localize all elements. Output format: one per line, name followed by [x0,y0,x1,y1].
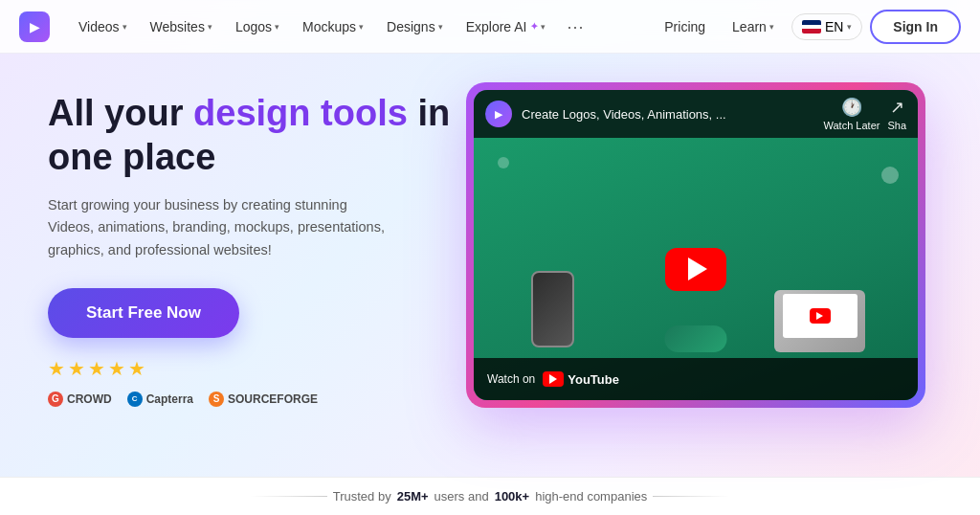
chevron-down-icon: ▾ [438,22,443,32]
nav-pricing[interactable]: Pricing [655,13,715,40]
nav-items: Videos ▾ Websites ▾ Logos ▾ Mockups ▾ De… [69,12,655,41]
sphere-1 [881,167,899,184]
trust-logo-sourceforge: S SOURCEFORGE [209,392,318,407]
trust-logo-crowd: G CROWD [48,392,112,407]
start-free-button[interactable]: Start Free Now [48,288,239,338]
ai-badge: ✦ [530,21,538,32]
trust-logo-capterra: C Capterra [127,392,193,407]
trust-text-3: high-end companies [535,489,647,504]
logo-icon: ▶ [19,11,50,42]
chevron-down-icon: ▾ [769,22,774,32]
hero-right: ▶ Create Logos, Videos, Animations, ... … [459,82,932,496]
trust-highlight-companies: 100k+ [495,489,530,504]
sign-in-button[interactable]: Sign In [870,10,961,44]
star-icon: ★ [88,357,105,380]
star-icon: ★ [48,357,65,380]
phone-object [531,271,574,347]
chevron-down-icon: ▾ [208,22,212,32]
video-bottom-bar: Watch on YouTube [474,358,918,400]
trust-text-2: users and [434,489,489,504]
video-container: ▶ Create Logos, Videos, Animations, ... … [466,82,925,408]
divider-left [251,496,327,497]
share-button[interactable]: ↗ Sha [887,97,906,131]
chevron-down-icon: ▾ [541,22,546,32]
nav-item-websites[interactable]: Websites ▾ [141,13,222,40]
video-inner: ▶ Create Logos, Videos, Animations, ... … [474,90,918,400]
g2crowd-icon: G [48,392,63,407]
nav-item-explore-ai[interactable]: Explore AI ✦ ▾ [457,13,555,40]
video-play-small-icon: ▶ [485,101,512,127]
trust-bar: Trusted by 25M+ users and 100k+ high-end… [0,477,980,515]
clock-icon: 🕐 [841,97,862,118]
trust-text-1: Trusted by [333,489,391,504]
star-icon: ★ [108,357,125,380]
nav-item-logos[interactable]: Logos ▾ [226,13,289,40]
youtube-icon [543,371,564,387]
nav-item-designs[interactable]: Designs ▾ [377,13,453,40]
navbar: ▶ Videos ▾ Websites ▾ Logos ▾ Mockups ▾ … [0,0,980,54]
nav-right: Pricing Learn ▾ EN ▾ Sign In [655,10,961,44]
trust-logos: G CROWD C Capterra S SOURCEFORGE [48,392,459,407]
youtube-logo[interactable]: YouTube [543,371,619,387]
laptop-youtube-icon [810,308,831,324]
nav-more-icon[interactable]: ⋯ [559,12,591,41]
chevron-down-icon: ▾ [847,22,852,32]
watch-later-button[interactable]: 🕐 Watch Later [824,97,880,131]
laptop-object [774,290,865,352]
star-icon: ★ [68,357,85,380]
capterra-icon: C [127,392,143,407]
hero-left: All your design tools in one place Start… [48,82,459,496]
divider-right [653,496,729,497]
nav-item-videos[interactable]: Videos ▾ [69,13,137,40]
watch-on-text: Watch on [487,372,535,386]
hero-subtitle: Start growing your business by creating … [48,194,392,261]
star-rating: ★ ★ ★ ★ ★ [48,357,459,380]
hero-title: All your design tools in one place [48,92,459,179]
youtube-text: YouTube [568,372,619,387]
cylinder-object [665,325,727,352]
share-icon: ↗ [890,97,904,118]
laptop-screen [783,294,858,338]
nav-learn[interactable]: Learn ▾ [723,13,784,40]
youtube-play-button[interactable] [665,248,726,291]
trust-highlight-users: 25M+ [397,489,429,504]
hero-section: All your design tools in one place Start… [0,54,980,515]
nav-item-mockups[interactable]: Mockups ▾ [293,13,373,40]
language-selector[interactable]: EN ▾ [791,13,862,40]
flag-icon [802,20,821,34]
chevron-down-icon: ▾ [122,22,127,32]
play-triangle-icon [688,258,707,280]
logo[interactable]: ▶ [19,11,50,42]
youtube-play-icon [549,374,557,384]
star-icon: ★ [128,357,145,380]
sphere-2 [498,157,509,168]
video-top-right: 🕐 Watch Later ↗ Sha [824,97,906,131]
video-top-bar: ▶ Create Logos, Videos, Animations, ... … [474,90,918,138]
video-title: Create Logos, Videos, Animations, ... [522,107,814,122]
chevron-down-icon: ▾ [359,22,364,32]
sourceforge-icon: S [209,392,224,407]
chevron-down-icon: ▾ [275,22,279,32]
